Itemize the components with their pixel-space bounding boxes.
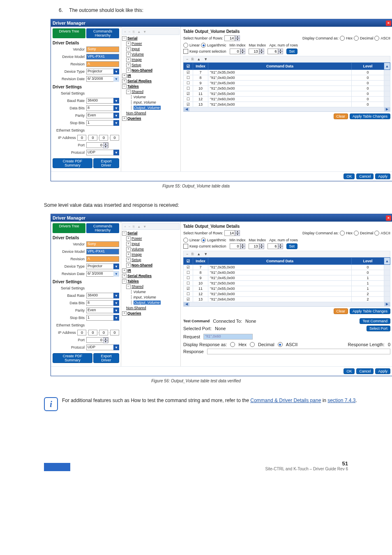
chevron-down-icon[interactable]: ▼ bbox=[113, 105, 119, 111]
table-row[interactable]: ☐8"It1",0x40,0x000 bbox=[184, 270, 390, 275]
radio-ascii[interactable] bbox=[374, 231, 379, 236]
radio-decimal[interactable] bbox=[354, 231, 359, 236]
cancel-button[interactable]: Cancel bbox=[356, 368, 374, 374]
ok-button[interactable]: OK bbox=[344, 173, 355, 179]
table-row[interactable]: ☑11"It1",0x55,0x001 bbox=[184, 286, 390, 291]
table-row[interactable]: ☑13"It1",0x64,0x002 bbox=[184, 297, 390, 302]
max-index-field[interactable] bbox=[249, 243, 259, 249]
create-pdf-button[interactable]: Create PDF Summary bbox=[53, 353, 92, 363]
chevron-down-icon[interactable]: ▼ bbox=[113, 120, 119, 126]
table-row[interactable]: ☑13"It1",0x64,0x000 bbox=[184, 102, 390, 107]
ip-seg-4[interactable] bbox=[110, 135, 119, 141]
keep-selection-checkbox[interactable] bbox=[183, 244, 188, 249]
chevron-down-icon[interactable]: ▼ bbox=[113, 264, 119, 269]
radio-resp-ascii[interactable] bbox=[278, 342, 283, 347]
model-field[interactable]: VPL-PX41 bbox=[86, 54, 119, 60]
tab-drivers-tree[interactable]: Drivers Tree bbox=[53, 28, 85, 38]
close-icon[interactable]: × bbox=[386, 215, 391, 221]
apply-table-button[interactable]: Apply Table Changes bbox=[350, 308, 390, 314]
tree-node-output-volume[interactable]: Output_Volume bbox=[134, 106, 161, 110]
clear-button[interactable]: Clear bbox=[334, 113, 348, 119]
vendor-field[interactable]: Sony bbox=[86, 46, 119, 52]
select-port-button[interactable]: Select Port bbox=[367, 326, 390, 331]
command-tree[interactable]: −Serial +Power +Input +Volume +Image +Se… bbox=[122, 36, 180, 121]
dialog-titlebar[interactable]: Driver Manager × bbox=[51, 19, 392, 27]
chevron-down-icon[interactable]: ▼ bbox=[113, 300, 119, 306]
date-drop-icon[interactable]: ▼ bbox=[113, 76, 119, 82]
chevron-down-icon[interactable]: ▼ bbox=[113, 113, 119, 118]
tab-drivers-tree[interactable]: Drivers Tree bbox=[53, 223, 85, 233]
apply-button[interactable]: Apply bbox=[375, 173, 390, 179]
dialog-titlebar[interactable]: Driver Manager × bbox=[51, 214, 392, 222]
ip-seg-1[interactable] bbox=[77, 135, 86, 141]
keep-selection-checkbox[interactable] bbox=[183, 49, 188, 54]
command-grid[interactable]: ☑ Index Command Data Level ▲ ☑7"It1",0x3… bbox=[183, 62, 390, 107]
set-button[interactable]: Set bbox=[286, 49, 298, 54]
radio-linear[interactable] bbox=[183, 238, 188, 243]
col-index[interactable]: Index bbox=[193, 63, 208, 70]
max-index-field[interactable] bbox=[249, 49, 259, 54]
table-row[interactable]: ☐9"It1",0x45,0x000 bbox=[184, 81, 390, 86]
table-row[interactable]: ☐9"It1",0x45,0x001 bbox=[184, 275, 390, 281]
radio-hex[interactable] bbox=[340, 231, 345, 236]
set-button[interactable]: Set bbox=[286, 243, 298, 249]
chevron-down-icon[interactable]: ▼ bbox=[113, 150, 119, 155]
apply-table-button[interactable]: Apply Table Changes bbox=[350, 113, 390, 119]
table-row[interactable]: ☐10"It1",0x50,0x000 bbox=[184, 86, 390, 91]
test-command-button[interactable]: Test Command bbox=[360, 318, 390, 324]
min-index-field[interactable] bbox=[230, 49, 240, 54]
close-icon[interactable]: × bbox=[386, 21, 391, 26]
select-rows-field[interactable] bbox=[224, 35, 235, 41]
ip-seg-3[interactable] bbox=[99, 135, 108, 141]
response-field[interactable] bbox=[207, 349, 390, 354]
table-row[interactable]: ☑7"It1",0x35,0x000 bbox=[184, 265, 390, 270]
note-link-2[interactable]: section 7.4.3 bbox=[327, 398, 355, 403]
spinner-icon[interactable]: ▲▼ bbox=[103, 143, 108, 148]
horizontal-scrollbar[interactable]: ◀▶ bbox=[183, 107, 390, 112]
radio-hex[interactable] bbox=[340, 36, 345, 41]
col-command-data[interactable]: Command Data bbox=[208, 63, 352, 70]
vendor-field[interactable]: Sony bbox=[86, 241, 119, 247]
export-driver-button[interactable]: Export Driver bbox=[93, 353, 119, 363]
table-row[interactable]: ☑11"It1",0x55,0x000 bbox=[184, 91, 390, 97]
apply-button[interactable]: Apply bbox=[375, 368, 390, 374]
tree-node-output-volume[interactable]: Output_Volume bbox=[134, 301, 161, 305]
tab-commands-hierarchy[interactable]: Commands Hierarchy bbox=[86, 223, 119, 233]
apx-rows-field[interactable] bbox=[267, 243, 278, 249]
create-pdf-button[interactable]: Create PDF Summary bbox=[53, 158, 92, 168]
clear-button[interactable]: Clear bbox=[334, 308, 348, 314]
revision-field[interactable]: A bbox=[86, 256, 119, 262]
ok-button[interactable]: OK bbox=[344, 368, 355, 374]
command-grid[interactable]: ☑ Index Command Data Level ▲ ☑7"It1",0x3… bbox=[183, 257, 390, 302]
chevron-down-icon[interactable]: ▼ bbox=[113, 69, 119, 74]
date-drop-icon[interactable]: ▼ bbox=[113, 271, 119, 277]
model-field[interactable]: VPL-PX41 bbox=[86, 249, 119, 254]
radio-logarithmic[interactable] bbox=[201, 238, 206, 243]
radio-logarithmic[interactable] bbox=[201, 43, 206, 48]
radio-linear[interactable] bbox=[183, 43, 188, 48]
ip-field[interactable]: . . . bbox=[77, 135, 119, 141]
chevron-down-icon[interactable]: ▼ bbox=[113, 293, 119, 298]
chevron-down-icon[interactable]: ▼ bbox=[113, 308, 119, 313]
col-level[interactable]: Level bbox=[352, 63, 384, 70]
table-row[interactable]: ☑7"It1",0x35,0x000 bbox=[184, 70, 390, 75]
horizontal-scrollbar[interactable]: ◀▶ bbox=[183, 302, 390, 307]
spinner-icon[interactable]: ▲▼ bbox=[103, 338, 108, 342]
radio-resp-hex[interactable] bbox=[230, 342, 235, 347]
table-row[interactable]: ☐12"It1",0x60,0x000 bbox=[184, 97, 390, 102]
command-tree[interactable]: −Serial +Power +Input +Volume +Image +Se… bbox=[122, 231, 180, 316]
note-link-1[interactable]: Command & Driver Details pane bbox=[250, 398, 321, 403]
table-row[interactable]: ☐12"It1",0x60,0x002 bbox=[184, 291, 390, 297]
min-index-field[interactable] bbox=[230, 243, 240, 249]
ip-field[interactable]: . . . bbox=[77, 330, 119, 335]
chevron-down-icon[interactable]: ▼ bbox=[113, 98, 119, 104]
radio-ascii[interactable] bbox=[374, 36, 379, 41]
chevron-down-icon[interactable]: ▼ bbox=[113, 345, 119, 350]
export-driver-button[interactable]: Export Driver bbox=[93, 158, 119, 168]
apx-rows-field[interactable] bbox=[267, 49, 278, 54]
revision-field[interactable]: A bbox=[86, 61, 119, 67]
table-row[interactable]: ☐8"It1",0x40,0x000 bbox=[184, 75, 390, 81]
radio-decimal[interactable] bbox=[354, 36, 359, 41]
chevron-down-icon[interactable]: ▼ bbox=[113, 315, 119, 321]
request-field[interactable]: "It1",0x60 bbox=[203, 334, 253, 340]
